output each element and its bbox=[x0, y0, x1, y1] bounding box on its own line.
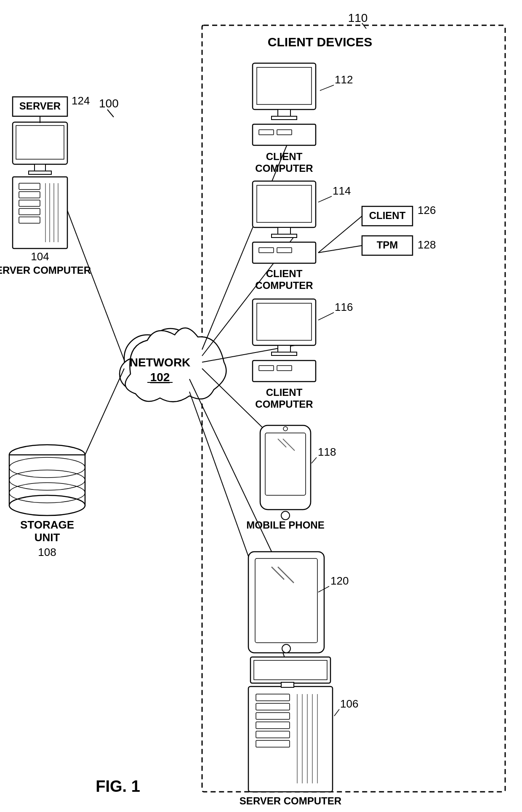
client-label: CLIENT bbox=[369, 210, 406, 221]
svg-rect-9 bbox=[19, 183, 40, 190]
svg-rect-5 bbox=[16, 126, 64, 159]
ref-128: 128 bbox=[418, 238, 436, 251]
svg-rect-80 bbox=[255, 558, 317, 643]
svg-rect-50 bbox=[277, 130, 292, 135]
svg-rect-47 bbox=[272, 116, 297, 120]
network-label: NETWORK bbox=[130, 356, 191, 369]
client-computer-2-label-line1: CLIENT bbox=[266, 268, 303, 279]
client-devices-label: CLIENT DEVICES bbox=[268, 35, 372, 49]
ref-108: 108 bbox=[38, 546, 56, 558]
client-computer-3-label-line1: CLIENT bbox=[266, 387, 303, 398]
svg-point-76 bbox=[281, 511, 290, 520]
ref-116: 116 bbox=[335, 301, 353, 313]
ref-114: 114 bbox=[333, 184, 351, 197]
svg-rect-94 bbox=[256, 740, 290, 747]
ref-100: 100 bbox=[99, 97, 119, 110]
svg-rect-57 bbox=[259, 248, 274, 253]
client-computer-1-label-line2: COMPUTER bbox=[255, 163, 313, 174]
svg-rect-58 bbox=[277, 248, 292, 253]
svg-rect-11 bbox=[19, 200, 40, 206]
ref-106: 106 bbox=[340, 697, 358, 710]
tpm-label: TPM bbox=[377, 239, 398, 251]
svg-rect-93 bbox=[256, 731, 290, 738]
svg-rect-85 bbox=[248, 686, 333, 792]
svg-rect-65 bbox=[257, 303, 312, 340]
svg-rect-12 bbox=[19, 208, 40, 215]
svg-rect-89 bbox=[256, 694, 290, 701]
server-computer-left-label: SERVER COMPUTER bbox=[0, 264, 91, 276]
svg-rect-53 bbox=[257, 185, 312, 222]
ref-118: 118 bbox=[318, 446, 336, 458]
svg-rect-87 bbox=[254, 660, 327, 680]
svg-rect-7 bbox=[29, 171, 51, 174]
svg-point-83 bbox=[282, 644, 290, 653]
ref-120: 120 bbox=[330, 574, 349, 587]
svg-rect-10 bbox=[19, 192, 40, 198]
storage-label-line1: STORAGE bbox=[20, 518, 74, 531]
svg-rect-45 bbox=[257, 67, 312, 104]
svg-rect-88 bbox=[281, 682, 294, 687]
server-computer-right-label: SERVER COMPUTER bbox=[240, 795, 341, 807]
svg-rect-73 bbox=[265, 433, 306, 495]
svg-rect-49 bbox=[259, 130, 274, 135]
ref-104: 104 bbox=[31, 250, 49, 263]
ref-112: 112 bbox=[335, 73, 353, 86]
ref-102: 102 bbox=[150, 371, 170, 384]
ref-110-label: 110 bbox=[348, 11, 368, 24]
svg-point-77 bbox=[283, 427, 288, 431]
client-computer-3-label-line2: COMPUTER bbox=[255, 398, 313, 410]
ref-124: 124 bbox=[72, 94, 90, 107]
mobile-phone-label: MOBILE PHONE bbox=[246, 519, 324, 531]
svg-point-22 bbox=[9, 495, 85, 516]
fig-label: FIG. 1 bbox=[96, 777, 140, 795]
svg-rect-90 bbox=[256, 703, 290, 710]
svg-rect-92 bbox=[256, 722, 290, 729]
ref-126: 126 bbox=[418, 204, 436, 216]
client-computer-2-label-line2: COMPUTER bbox=[255, 280, 313, 291]
svg-rect-91 bbox=[256, 713, 290, 719]
svg-rect-67 bbox=[272, 352, 297, 355]
server-label: SERVER bbox=[19, 100, 61, 112]
storage-label-line2: UNIT bbox=[35, 531, 60, 544]
client-computer-1-label-line1: CLIENT bbox=[266, 151, 303, 162]
svg-rect-13 bbox=[19, 217, 40, 223]
svg-rect-68 bbox=[253, 361, 316, 382]
svg-rect-69 bbox=[259, 366, 274, 371]
svg-rect-70 bbox=[277, 366, 292, 371]
svg-rect-55 bbox=[272, 234, 297, 238]
diagram-container: 110 CLIENT DEVICES 100 104 SERVER COMPUT… bbox=[0, 0, 522, 812]
